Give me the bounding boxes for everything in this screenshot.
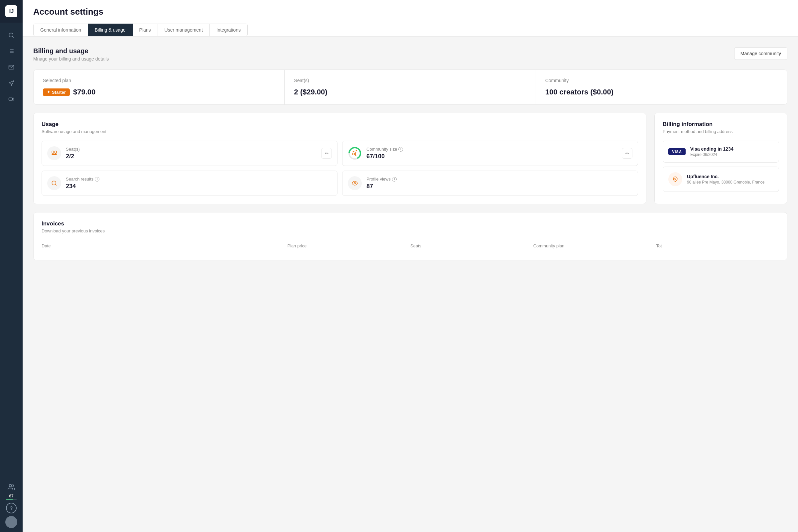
profile-views-icon	[348, 176, 362, 190]
profile-info-badge[interactable]: i	[392, 177, 397, 182]
billing-info-subtitle: Payment method and billing address	[663, 129, 779, 134]
tab-general-information[interactable]: General information	[33, 24, 88, 36]
list-icon[interactable]	[4, 44, 19, 58]
usage-profile-label: Profile views i	[366, 176, 632, 182]
payment-info: Visa ending in 1234 Expire 06/2024	[690, 146, 734, 157]
usage-subtitle: Software usage and management	[41, 129, 638, 134]
community-bar	[6, 499, 17, 500]
plan-price: $79.00	[73, 88, 95, 96]
seats-card: Seat(s) 2 ($29.00)	[285, 70, 536, 104]
svg-point-14	[353, 153, 355, 155]
section-title-group: Billing and usage Mnage your billing and…	[33, 47, 109, 61]
edit-community-button[interactable]: ✏	[622, 148, 632, 158]
address-item: Upfluence Inc. 90 allée Pre Mayo, 38000 …	[663, 167, 779, 192]
invoices-title: Invoices	[41, 221, 779, 227]
megaphone-icon[interactable]	[4, 76, 19, 91]
sidebar-nav	[4, 25, 19, 481]
tab-integrations[interactable]: Integrations	[209, 24, 248, 36]
invoices-card: Invoices Download your previous invoices…	[33, 212, 787, 260]
usage-seats-value: 2/2	[66, 153, 317, 160]
usage-community-size: Community size i 67/100 ✏	[342, 141, 638, 166]
sidebar-logo: IJ	[0, 0, 23, 23]
svg-marker-8	[13, 98, 14, 100]
tab-user-management[interactable]: User management	[158, 24, 210, 36]
usage-seats-info: Seat(s) 2/2	[66, 147, 317, 160]
billing-info-title: Billing information	[663, 121, 779, 128]
seats-value: 2 ($29.00)	[294, 88, 526, 96]
selected-plan-value: ✦ Starter $79.00	[43, 88, 275, 96]
svg-point-0	[9, 33, 13, 37]
billing-info-card: Billing information Payment method and b…	[654, 113, 787, 204]
plan-cards: Selected plan ✦ Starter $79.00 Seat(s) 2…	[33, 70, 787, 105]
page-title: Account settings	[33, 7, 787, 17]
starter-badge: ✦ Starter	[43, 89, 70, 96]
tabs: General information Billing & usage Plan…	[33, 24, 787, 36]
page-header: Account settings General information Bil…	[23, 0, 798, 37]
col-plan-price: Plan price	[287, 243, 410, 248]
col-community-plan: Community plan	[533, 243, 657, 248]
svg-point-15	[52, 181, 56, 185]
usage-profile-info: Profile views i 87	[366, 176, 632, 190]
usage-community-label: Community size i	[366, 147, 617, 152]
billing-subtitle: Mnage your billing and usage details	[33, 56, 109, 61]
usage-community-info: Community size i 67/100	[366, 147, 617, 160]
community-card: Community 100 creators ($0.00)	[536, 70, 787, 104]
payment-method-item: VISA Visa ending in 1234 Expire 06/2024	[663, 141, 779, 163]
seats-label: Seat(s)	[294, 78, 526, 83]
starter-label: Starter	[52, 90, 66, 95]
usage-title: Usage	[41, 121, 638, 128]
mail-icon[interactable]	[4, 60, 19, 75]
usage-card: Usage Software usage and management Seat…	[33, 113, 646, 204]
usage-search-label: Search results i	[66, 176, 332, 182]
usage-grid: Seat(s) 2/2 ✏	[41, 141, 638, 196]
edit-seats-button[interactable]: ✏	[321, 148, 332, 158]
logo-mark: IJ	[5, 5, 17, 17]
community-count: 67	[9, 494, 13, 498]
user-avatar[interactable]	[5, 516, 17, 528]
svg-rect-11	[55, 151, 57, 153]
address-title: Upfluence Inc.	[687, 174, 764, 179]
search-results-icon	[47, 176, 61, 190]
community-icon	[5, 481, 17, 493]
community-circle	[348, 146, 362, 160]
usage-search-info: Search results i 234	[66, 176, 332, 190]
community-label: Community	[545, 78, 778, 83]
help-button[interactable]: ?	[6, 503, 17, 513]
col-date: Date	[41, 243, 287, 248]
main-content: Account settings General information Bil…	[23, 0, 798, 532]
community-bar-fill	[6, 499, 13, 500]
video-icon[interactable]	[4, 92, 19, 107]
usage-profile-views: Profile views i 87	[342, 171, 638, 196]
tab-plans[interactable]: Plans	[132, 24, 158, 36]
usage-search-value: 234	[66, 183, 332, 190]
svg-point-16	[354, 183, 356, 184]
community-info-badge[interactable]: i	[398, 147, 403, 152]
manage-community-button[interactable]: Manage community	[734, 47, 787, 60]
usage-profile-value: 87	[366, 183, 632, 190]
selected-plan-card: Selected plan ✦ Starter $79.00	[34, 70, 285, 104]
payment-subtitle: Expire 06/2024	[690, 152, 734, 157]
svg-point-17	[674, 178, 676, 179]
usage-seats-label: Seat(s)	[66, 147, 317, 152]
selected-plan-label: Selected plan	[43, 78, 275, 83]
usage-billing-section: Usage Software usage and management Seat…	[33, 113, 787, 204]
usage-search-results: Search results i 234	[41, 171, 338, 196]
content-area: Billing and usage Mnage your billing and…	[23, 37, 798, 532]
search-icon[interactable]	[4, 28, 19, 42]
svg-rect-7	[9, 98, 13, 100]
col-total: Tot	[656, 243, 779, 248]
starter-icon: ✦	[47, 90, 50, 94]
tab-billing-usage[interactable]: Billing & usage	[88, 24, 133, 36]
seat-icon	[47, 146, 61, 160]
visa-logo: VISA	[668, 148, 686, 155]
sidebar-community: 67	[5, 481, 17, 500]
sidebar: IJ 67 ?	[0, 0, 23, 532]
invoices-subtitle: Download your previous invoices	[41, 228, 779, 233]
location-icon	[668, 172, 682, 186]
address-subtitle: 90 allée Pre Mayo, 38000 Grenoble, Franc…	[687, 180, 764, 185]
usage-community-value: 67/100	[366, 153, 617, 160]
section-header: Billing and usage Mnage your billing and…	[33, 47, 787, 61]
search-info-badge[interactable]: i	[95, 177, 99, 182]
payment-title: Visa ending in 1234	[690, 146, 734, 152]
community-value: 100 creators ($0.00)	[545, 88, 778, 96]
